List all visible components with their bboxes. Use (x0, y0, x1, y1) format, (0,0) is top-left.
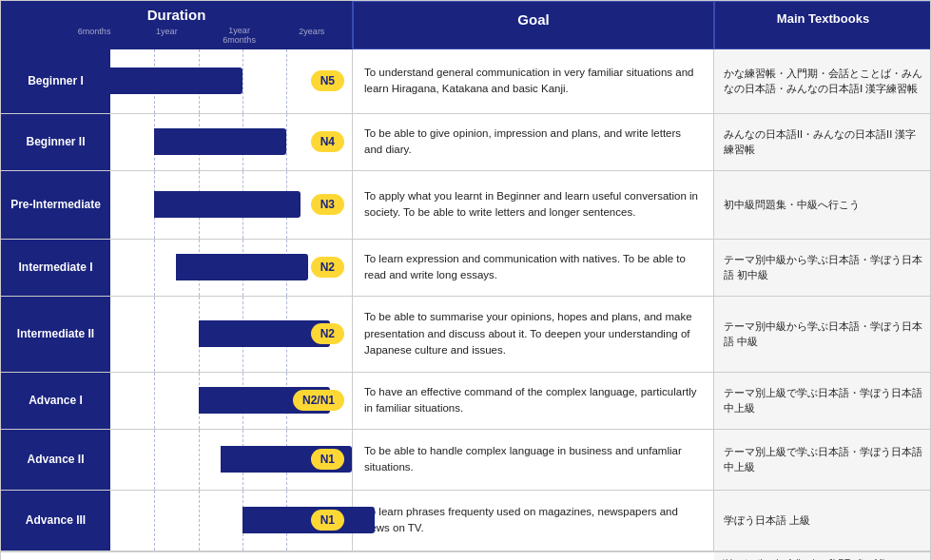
level-label: Advance II (1, 430, 110, 490)
table-row: Intermediate IIN2To be able to summarise… (1, 297, 930, 373)
goal-cell: To learn phrases frequenty used on magaz… (353, 491, 714, 551)
jlpt-badge: N2/N1 (293, 390, 344, 411)
duration-title: Duration (1, 7, 352, 27)
jlpt-badge: N4 (311, 131, 344, 152)
jlpt-badge: N1 (311, 510, 344, 531)
level-label: Pre-Intermediate (1, 171, 110, 239)
table-row: Advance IIN1To be able to handle complex… (1, 430, 930, 491)
duration-cell: Beginner IN5 (1, 49, 353, 114)
duration-cell: Advance IIN1 (1, 430, 353, 491)
duration-cell: Intermediate IN2 (1, 240, 353, 297)
level-label: Beginner I (1, 49, 110, 113)
jlpt-badge: N5 (311, 70, 344, 91)
jlpt-badge: N2 (311, 257, 344, 278)
goal-header: Goal (353, 1, 714, 49)
duration-bar (242, 507, 375, 533)
duration-bar (176, 254, 308, 280)
footer-note: *Use textbooks following JLPT after Minn… (714, 552, 931, 560)
goal-cell: To learn expression and communication wi… (353, 240, 714, 297)
jlpt-legend: JLPT level (1, 552, 353, 560)
textbook-cell: みんなの日本語II・みんなの日本語II 漢字練習帳 (714, 114, 931, 171)
table-row: Pre-IntermediateN3To apply what you lear… (1, 171, 930, 240)
jlpt-badge: N3 (311, 194, 344, 215)
duration-bar (154, 191, 301, 218)
table-row: Intermediate IN2To learn expression and … (1, 240, 930, 297)
table-row: Advance IIIN1To learn phrases frequenty … (1, 491, 930, 551)
tick-1y: 1year (130, 27, 203, 46)
level-label: Advance I (1, 373, 110, 429)
duration-bar (110, 68, 242, 94)
duration-cell: Pre-IntermediateN3 (1, 171, 353, 240)
goal-cell: To be able to give opinion, impression a… (353, 114, 714, 171)
level-label: Beginner II (1, 114, 110, 170)
textbook-cell: テーマ別上級で学ぶ日本語・学ぼう日本語 中上級 (714, 373, 931, 430)
textbook-cell: かな練習帳・入門期・会話とことば・みんなの日本語・みんなの日本語Ⅰ 漢字練習帳 (714, 49, 931, 114)
tick-6mo: 6months (58, 27, 130, 46)
table-row: Beginner IN5To understand general commun… (1, 49, 930, 114)
textbook-cell: 学ぼう日本語 上級 (714, 491, 931, 551)
textbooks-header: Main Textbooks (714, 1, 931, 49)
textbook-cell: テーマ別中級から学ぶ日本語・学ぼう日本語 初中級 (714, 240, 931, 297)
duration-cell: Advance IIIN1 (1, 491, 353, 551)
goal-cell: To apply what you learnt in Beginner and… (353, 171, 714, 240)
duration-cell: Intermediate IIN2 (1, 297, 353, 373)
textbook-cell: 初中級問題集・中級へ行こう (714, 171, 931, 240)
textbook-cell: テーマ別中級から学ぶ日本語・学ぼう日本語 中級 (714, 297, 931, 373)
jlpt-badge: N2 (311, 323, 344, 344)
goal-cell: To have an effective command of the comp… (353, 373, 714, 430)
footer-goal-empty (353, 552, 714, 560)
goal-cell: To understand general communication in v… (353, 49, 714, 114)
tick-1y6m: 1year6months (204, 27, 276, 46)
goal-cell: To be able to handle complex language in… (353, 430, 714, 491)
table-row: Advance IN2/N1To have an effective comma… (1, 373, 930, 430)
duration-cell: Advance IN2/N1 (1, 373, 353, 430)
goal-cell: To be able to summarise your opinions, h… (353, 297, 714, 373)
jlpt-badge: N1 (311, 449, 344, 470)
table-row: Beginner IIN4To be able to give opinion,… (1, 114, 930, 171)
duration-bar (154, 128, 286, 155)
level-label: Intermediate II (1, 297, 110, 372)
level-label: Intermediate I (1, 240, 110, 296)
level-label: Advance III (1, 491, 110, 550)
duration-header: Duration 6months 1year 1year6months 2yea… (1, 1, 353, 49)
tick-2y: 2years (276, 27, 348, 46)
duration-cell: Beginner IIN4 (1, 114, 353, 171)
textbook-cell: テーマ別上級で学ぶ日本語・学ぼう日本語 中上級 (714, 430, 931, 491)
